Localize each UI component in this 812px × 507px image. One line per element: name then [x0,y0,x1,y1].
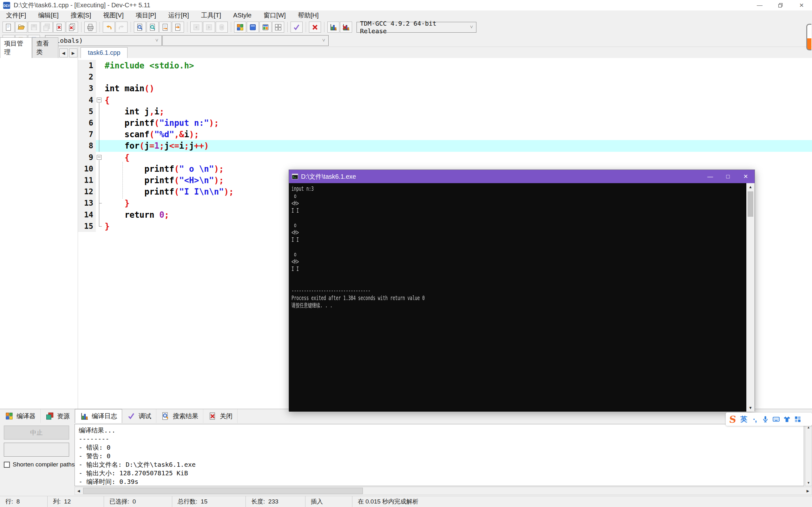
tab-compile-log[interactable]: 编译日志 [75,409,122,423]
ime-toolbox-icon[interactable] [792,413,803,425]
profile-delete-button[interactable] [340,21,352,33]
menu-search[interactable]: 搜索[S] [65,11,97,20]
close-file-button[interactable] [53,21,65,33]
run-button[interactable] [247,21,259,33]
log-hscroll-thumb[interactable] [83,488,363,494]
log-line: - 输出文件名: D:\文件\task6.1.exe [79,460,800,469]
console-maximize-button[interactable]: □ [719,170,737,183]
console-scroll-up-icon[interactable]: ▲ [749,183,752,191]
log-scroll-down-icon[interactable]: ▼ [807,480,810,486]
fold-gutter [96,71,103,83]
profile-button[interactable] [327,21,339,33]
menu-execute[interactable]: 运行[R] [162,11,195,20]
menu-project[interactable]: 项目[P] [130,11,162,20]
debug-check-button[interactable] [291,21,303,33]
goto-line-button[interactable] [172,21,184,33]
fold-toggle[interactable] [96,95,103,106]
close-all-button[interactable] [66,21,78,33]
find-button[interactable] [134,21,146,33]
console-scroll-thumb[interactable] [748,191,753,217]
fold-collapse-icon[interactable] [97,155,101,160]
project-tree-area[interactable] [0,58,78,408]
code-line-9[interactable]: 9 { [78,152,812,163]
menu-window[interactable]: 窗口[W] [258,11,292,20]
line-number: 15 [78,221,96,232]
abort-button[interactable]: 中止 [4,426,69,440]
print-button[interactable] [84,21,96,33]
redo-button[interactable] [115,21,128,33]
member-select[interactable]: ˅ [162,35,328,46]
shorten-paths-checkbox[interactable] [4,462,10,468]
save-all-button[interactable] [41,21,53,33]
tab-debug[interactable]: 调试 [122,409,156,423]
find-in-files-button[interactable] [147,21,159,33]
toolbox-icon [794,415,802,424]
code-line-3[interactable]: 3int main() [78,83,812,94]
console-scroll-down-icon[interactable]: ▼ [749,404,752,412]
console-scrollbar[interactable]: ▲ ▼ [746,183,755,412]
menu-astyle[interactable]: AStyle [227,12,258,19]
console-output[interactable]: input n:3 o<H>I I o<H>I I o<H>I I ------… [289,183,755,412]
log-vertical-scrollbar[interactable]: ▲ ▼ [805,424,812,486]
tab-search-results[interactable]: 搜索结果 [156,409,203,423]
tab-class-view[interactable]: 查看类 [32,38,58,58]
abort-button[interactable] [216,21,228,33]
console-title-bar[interactable]: D:\文件\task6.1.exe —□✕ [289,170,755,183]
panel-tab-scroll-left-button[interactable]: ◀ [59,49,68,57]
tab-close[interactable]: 关闭 [203,409,238,423]
undo-button[interactable] [103,21,115,33]
panel-tab-scroll-right-button[interactable]: ▶ [69,49,78,57]
status-total-lines: 总行数: 15 [172,496,246,507]
ime-language-mode[interactable]: 英 [739,413,749,425]
replace-button[interactable] [159,21,171,33]
code-line-6[interactable]: 6 printf("input n:"); [78,117,812,129]
globals-select[interactable]: (globals)˅ [45,35,162,46]
save-button[interactable] [28,21,40,33]
rebuild-button[interactable] [272,21,284,33]
code-line-5[interactable]: 5 int j,i; [78,106,812,117]
menu-file[interactable]: 文件[F] [0,11,32,20]
abort-icon [217,23,226,32]
menu-tools[interactable]: 工具[T] [195,11,227,20]
menu-view[interactable]: 视图[V] [97,11,130,20]
ime-keyboard-icon[interactable] [771,413,781,425]
sogou-logo-icon[interactable]: S [726,413,739,425]
stop-button[interactable] [309,21,321,33]
log-scroll-left-icon[interactable]: ◀ [75,489,83,493]
minimize-button[interactable]: — [749,0,770,10]
console-close-button[interactable]: ✕ [737,170,755,183]
code-line-1[interactable]: 1#include <stdio.h> [78,60,812,71]
tab-project-manager[interactable]: 项目管理 [0,38,32,58]
screen-edge-widget[interactable] [806,24,811,50]
fold-gutter [96,140,103,152]
ime-skin-icon[interactable] [781,413,792,425]
fold-collapse-icon[interactable] [97,98,101,102]
ime-mic-icon[interactable] [760,413,771,425]
ime-punctuation-icon[interactable]: ·, [749,413,760,425]
fold-toggle[interactable] [96,152,103,163]
main-toolbar: TDM-GCC 4.9.2 64-bit Release˅ [0,20,812,34]
code-line-8[interactable]: 8 for(j=1;j<=i;j++) [78,140,812,152]
forward-button[interactable] [203,21,215,33]
code-line-2[interactable]: 2 [78,71,812,83]
compiler-select[interactable]: TDM-GCC 4.9.2 64-bit Release˅ [357,22,476,33]
log-scroll-right-icon[interactable]: ▶ [804,489,812,493]
restore-button[interactable] [770,0,791,10]
open-file-button[interactable] [15,21,27,33]
tab-resources[interactable]: 资源 [41,409,75,423]
editor-tab-task6-1-cpp[interactable]: task6.1.cpp [81,47,128,58]
compile-button[interactable] [234,21,246,33]
close-button[interactable]: ✕ [791,0,812,10]
compile-run-button[interactable] [259,21,271,33]
tab-compiler[interactable]: 编译器 [0,409,41,423]
code-line-7[interactable]: 7 scanf("%d",&i); [78,129,812,140]
menu-edit[interactable]: 编辑[E] [32,11,64,20]
toolbar-separator [324,22,325,32]
menu-help[interactable]: 帮助[H] [292,11,325,20]
back-button[interactable] [190,21,202,33]
console-minimize-button[interactable]: — [701,170,719,183]
new-file-button[interactable] [3,21,14,33]
log-horizontal-scrollbar[interactable]: ◀ ▶ [74,487,812,495]
line-number: 8 [78,140,96,152]
code-line-4[interactable]: 4{ [78,95,812,106]
